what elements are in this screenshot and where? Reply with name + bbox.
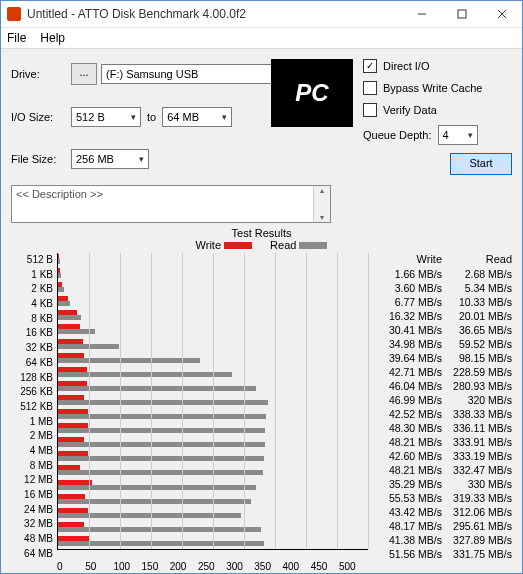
x-axis-tick: 400 (283, 561, 311, 572)
write-value: 39.64 MB/s (376, 351, 442, 365)
y-axis-tick: 256 KB (11, 385, 53, 399)
read-column-header: Read (446, 253, 512, 265)
description-placeholder: << Description >> (16, 188, 103, 200)
write-value: 42.52 MB/s (376, 407, 442, 421)
content-area: Drive: ... (F:) Samsung USB ▾ I/O Size: … (1, 49, 522, 573)
y-axis-tick: 1 MB (11, 415, 53, 429)
write-value: 34.98 MB/s (376, 337, 442, 351)
y-axis-tick: 24 MB (11, 503, 53, 517)
y-axis-tick: 4 MB (11, 444, 53, 458)
titlebar: Untitled - ATTO Disk Benchmark 4.00.0f2 (1, 1, 522, 28)
read-value: 333.91 MB/s (446, 435, 512, 449)
options-panel: Direct I/O Bypass Write Cache Verify Dat… (363, 57, 512, 175)
scrollbar[interactable]: ▴▾ (313, 186, 330, 222)
read-value: 20.01 MB/s (446, 309, 512, 323)
write-value: 41.38 MB/s (376, 533, 442, 547)
drive-label: Drive: (11, 68, 71, 80)
read-value: 280.93 MB/s (446, 379, 512, 393)
close-button[interactable] (482, 1, 522, 27)
bypass-cache-label: Bypass Write Cache (383, 82, 482, 94)
y-axis-tick: 2 KB (11, 282, 53, 296)
read-value: 295.61 MB/s (446, 519, 512, 533)
write-value: 48.17 MB/s (376, 519, 442, 533)
y-axis-tick: 4 KB (11, 297, 53, 311)
write-value: 42.60 MB/s (376, 449, 442, 463)
read-value: 338.33 MB/s (446, 407, 512, 421)
filesize-select[interactable]: 256 MB ▾ (71, 149, 149, 169)
bar-read (58, 386, 256, 391)
results-title: Test Results (11, 227, 512, 239)
chevron-down-icon: ▾ (139, 154, 144, 164)
write-value: 42.71 MB/s (376, 365, 442, 379)
write-value: 3.60 MB/s (376, 281, 442, 295)
legend-write-swatch (224, 242, 252, 249)
queue-depth-value: 4 (443, 129, 449, 141)
legend-read-label: Read (270, 239, 296, 251)
write-value: 30.41 MB/s (376, 323, 442, 337)
minimize-button[interactable] (402, 1, 442, 27)
direct-io-checkbox[interactable] (363, 59, 377, 73)
app-icon (7, 7, 21, 21)
read-value: 312.06 MB/s (446, 505, 512, 519)
bypass-cache-checkbox[interactable] (363, 81, 377, 95)
chart-y-axis-labels: 512 B1 KB2 KB4 KB8 KB16 KB32 KB64 KB128 … (11, 253, 57, 561)
legend-read-swatch (299, 242, 327, 249)
y-axis-tick: 512 KB (11, 400, 53, 414)
y-axis-tick: 32 MB (11, 517, 53, 531)
menu-help[interactable]: Help (40, 31, 65, 45)
drive-selected-value: (F:) Samsung USB (106, 68, 198, 80)
x-axis-tick: 150 (142, 561, 170, 572)
bar-read (58, 372, 232, 377)
direct-io-label: Direct I/O (383, 60, 429, 72)
read-value: 332.47 MB/s (446, 463, 512, 477)
write-value: 48.21 MB/s (376, 435, 442, 449)
y-axis-tick: 8 KB (11, 312, 53, 326)
bar-read (58, 358, 200, 363)
x-axis-tick: 250 (198, 561, 226, 572)
x-axis-tick: 50 (85, 561, 113, 572)
description-textarea[interactable]: << Description >> ▴▾ (11, 185, 331, 223)
verify-data-checkbox[interactable] (363, 103, 377, 117)
drive-select[interactable]: (F:) Samsung USB ▾ (101, 64, 281, 84)
write-value: 16.32 MB/s (376, 309, 442, 323)
y-axis-tick: 12 MB (11, 473, 53, 487)
write-value: 46.04 MB/s (376, 379, 442, 393)
menu-file[interactable]: File (7, 31, 26, 45)
read-value: 327.89 MB/s (446, 533, 512, 547)
y-axis-tick: 16 KB (11, 326, 53, 340)
read-value: 36.65 MB/s (446, 323, 512, 337)
write-value: 35.29 MB/s (376, 477, 442, 491)
iosize-to-label: to (147, 111, 156, 123)
drive-browse-button[interactable]: ... (71, 63, 97, 85)
chart-x-axis-labels: 050100150200250300350400450500 (57, 561, 367, 572)
write-value: 55.53 MB/s (376, 491, 442, 505)
chevron-down-icon: ▾ (468, 130, 473, 140)
iosize-from-select[interactable]: 512 B ▾ (71, 107, 141, 127)
read-value: 10.33 MB/s (446, 295, 512, 309)
x-axis-tick: 350 (254, 561, 282, 572)
write-value: 46.99 MB/s (376, 393, 442, 407)
chevron-down-icon: ▾ (131, 112, 136, 122)
write-value: 48.30 MB/s (376, 421, 442, 435)
y-axis-tick: 64 MB (11, 547, 53, 561)
maximize-button[interactable] (442, 1, 482, 27)
bar-read (58, 301, 70, 306)
start-button[interactable]: Start (450, 153, 512, 175)
chart-legend: Write Read (11, 239, 512, 251)
verify-data-label: Verify Data (383, 104, 437, 116)
read-value: 2.68 MB/s (446, 267, 512, 281)
read-value: 320 MB/s (446, 393, 512, 407)
x-axis-tick: 100 (113, 561, 141, 572)
read-value: 330 MB/s (446, 477, 512, 491)
queue-depth-select[interactable]: 4 ▾ (438, 125, 478, 145)
bar-read (58, 287, 64, 292)
write-column-header: Write (376, 253, 442, 265)
x-axis-tick: 300 (226, 561, 254, 572)
iosize-label: I/O Size: (11, 111, 71, 123)
pc-logo: PC (271, 59, 353, 127)
write-value: 51.56 MB/s (376, 547, 442, 561)
iosize-to-select[interactable]: 64 MB ▾ (162, 107, 232, 127)
read-value: 319.33 MB/s (446, 491, 512, 505)
y-axis-tick: 64 KB (11, 356, 53, 370)
write-value: 43.42 MB/s (376, 505, 442, 519)
